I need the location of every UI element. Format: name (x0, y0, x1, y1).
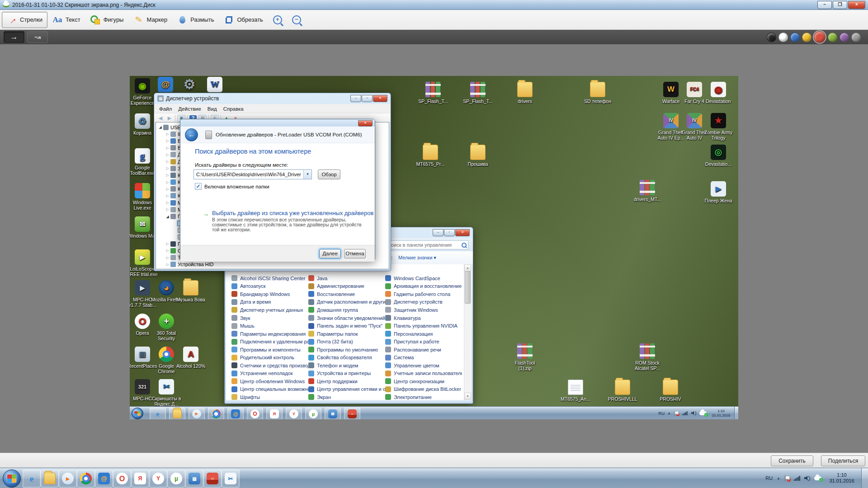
show-desktop-button[interactable] (861, 468, 868, 488)
palette-color-0[interactable] (767, 33, 776, 42)
palette-color-1[interactable] (778, 33, 788, 42)
tool-arrows[interactable]: →Стрелки (2, 12, 47, 28)
dm-restore-button[interactable]: ▫ (362, 95, 373, 102)
zoom-out-button[interactable]: − (287, 12, 306, 28)
start-button[interactable] (3, 469, 21, 488)
desktop-icon[interactable]: PROSHIV (654, 380, 687, 402)
dm-minimize-button[interactable]: – (350, 95, 361, 102)
desktop-icon[interactable]: SD телефон (581, 82, 614, 104)
expand-icon[interactable]: ▷ (165, 242, 170, 246)
tool-crop[interactable]: Обрезать (219, 12, 268, 28)
taskbar-icon-ut[interactable]: µ (167, 469, 185, 488)
dm-menu-item[interactable]: Действие (175, 106, 204, 112)
taskbar-icon-toolbox[interactable]: ▭ (203, 469, 222, 488)
cp-item[interactable]: Windows CardSpace (385, 274, 462, 282)
cp-item[interactable]: Центр обновления Windows (231, 377, 308, 385)
cp-item[interactable]: Alcohol iSCSI Sharing Center (231, 274, 308, 282)
desktop-icon[interactable]: ◉Devastation (702, 82, 735, 104)
cp-view-dropdown[interactable]: Мелкие значки ▾ (398, 255, 436, 261)
cp-item[interactable]: Устранение неполадок (231, 370, 308, 378)
taskbar-icon-opera[interactable]: O (113, 469, 131, 488)
tool-blur[interactable]: Размыть (172, 12, 219, 28)
dm-menu-item[interactable]: Справка (220, 106, 247, 112)
save-button[interactable]: Сохранить (771, 455, 813, 466)
cp-restore-button[interactable]: ▫ (444, 229, 455, 236)
expand-icon[interactable]: ▷ (165, 187, 170, 191)
taskbar-icon-scissors[interactable]: ✂ (222, 469, 240, 488)
palette-color-2[interactable] (790, 33, 800, 42)
taskbar-icon-folder[interactable] (169, 408, 185, 419)
taskbar-icon-ie[interactable]: e (150, 408, 166, 419)
expand-icon[interactable]: ▷ (165, 146, 170, 150)
cp-item[interactable]: Шифрование диска BitLocker (385, 385, 462, 394)
collapse-icon[interactable]: ◢ (158, 125, 163, 129)
expand-icon[interactable]: ▷ (165, 194, 170, 198)
taskbar-icon-chrome[interactable] (208, 408, 224, 419)
taskbar-icon-ie[interactable]: e (23, 469, 41, 488)
expand-icon[interactable]: ▷ (165, 180, 170, 184)
desktop-icon[interactable]: drivers_MT... (631, 180, 664, 202)
expand-icon[interactable]: ▷ (165, 256, 170, 260)
tool-marker[interactable]: ✎Маркер (128, 12, 172, 28)
dm-close-button[interactable]: × (373, 95, 387, 102)
back-button[interactable]: ← (185, 128, 198, 141)
pick-from-list-link[interactable]: Выбрать драйвер из списка уже установлен… (212, 210, 373, 216)
arrow-curved-button[interactable]: ↝ (27, 31, 48, 43)
cp-item[interactable]: Подключения к удаленным рабоч... (231, 338, 308, 346)
desktop-icon[interactable]: SP_Flash_T... (462, 82, 494, 104)
cp-search-input[interactable]: Поиск в панели управления (384, 240, 468, 249)
cp-item[interactable]: Диспетчер учетных данных (231, 306, 308, 314)
desktop-icon[interactable]: W (198, 77, 231, 94)
restore-button[interactable]: ❐ (833, 1, 847, 9)
cp-item[interactable]: Звук (231, 314, 308, 322)
taskbar-icon-wmp[interactable]: ▶ (189, 408, 205, 419)
taskbar-icon-opera[interactable]: O (247, 408, 263, 419)
cp-item[interactable]: Архивация и восстановление (385, 282, 462, 291)
collapse-icon[interactable]: ◢ (165, 215, 170, 219)
desktop-icon[interactable]: ✂Скриншоты в Яндекс.Д... (150, 379, 183, 407)
expand-icon[interactable]: ▷ (165, 139, 170, 143)
expand-icon[interactable]: ▷ (165, 173, 170, 177)
dm-toolbar-icon[interactable]: ▶ (166, 115, 173, 121)
cp-item[interactable]: Панель задач и меню "Пуск" (308, 322, 385, 330)
language-indicator[interactable]: RU (765, 475, 773, 481)
taskbar-icon-display[interactable]: ▤ (325, 408, 341, 419)
action-center-icon[interactable]: × (674, 410, 679, 415)
taskbar-icon-yb[interactable]: Y (286, 408, 302, 419)
expand-icon[interactable]: ▷ (165, 207, 170, 211)
scroll-thumb[interactable] (465, 271, 471, 304)
path-combobox[interactable]: C:\Users\USER\Desktop\drivers\Win764_Dri… (193, 169, 312, 179)
cp-item[interactable]: Центр управления сетями и общи... (308, 385, 385, 394)
cp-item[interactable]: Брандмауэр Windows (231, 290, 308, 298)
cp-item[interactable]: Автозапуск (231, 282, 308, 291)
taskbar-icon-chrome[interactable] (77, 469, 95, 488)
cp-item[interactable]: Родительский контроль (231, 353, 308, 361)
cp-item[interactable]: Почта (32 бита) (308, 338, 385, 346)
cp-item[interactable]: Администрирование (308, 282, 385, 291)
cp-item[interactable]: Клавиатура (385, 314, 462, 322)
tool-text[interactable]: AaТекст (47, 12, 85, 28)
expand-icon[interactable]: ▷ (165, 263, 170, 267)
volume-icon[interactable] (804, 475, 810, 481)
taskbar-icon-mailru[interactable]: @ (227, 408, 244, 419)
clock[interactable]: 1:1031.01.2016 (826, 472, 858, 484)
language-indicator[interactable]: RU (658, 411, 665, 416)
desktop-icon[interactable]: +360 Total Security (150, 314, 183, 341)
taskbar-icon-display[interactable]: ▤ (185, 469, 203, 488)
desktop-icon[interactable]: drivers (509, 82, 541, 104)
taskbar-icon-mailru[interactable]: @ (95, 469, 113, 488)
cp-item[interactable]: Значки области уведомлений (308, 314, 385, 322)
cp-item[interactable]: Телефон и модем (308, 361, 385, 370)
cp-item[interactable]: Дата и время (231, 298, 308, 306)
cp-item[interactable]: Персонализация (385, 330, 462, 338)
desktop-icon[interactable]: ★Zombie Army Trilogy (702, 113, 735, 141)
include-subfolders-checkbox[interactable]: ✓Включая вложенные папки (195, 183, 269, 190)
cp-minimize-button[interactable]: – (433, 229, 443, 236)
taskbar-icon-toolbox[interactable]: ▭ (344, 408, 360, 419)
expand-icon[interactable]: ▷ (165, 160, 170, 164)
taskbar-icon-ya[interactable]: Я (266, 408, 283, 419)
cp-item[interactable]: Распознавание речи (385, 346, 462, 354)
expand-icon[interactable]: ▷ (165, 249, 170, 253)
cp-item[interactable]: Защитник Windows (385, 306, 462, 314)
cp-item[interactable]: Система (385, 353, 462, 361)
